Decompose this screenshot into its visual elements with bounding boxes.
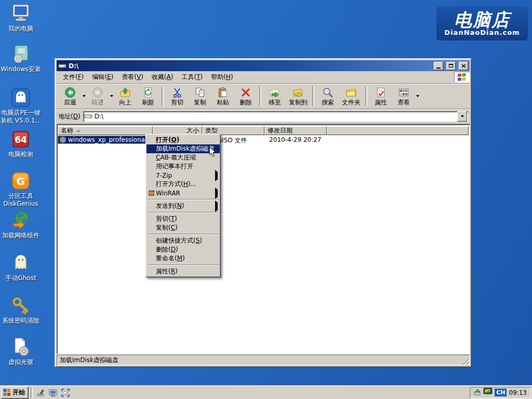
- toolbar-forward-button: 前进: [86, 85, 109, 108]
- menubar-item[interactable]: 收藏(A): [148, 72, 178, 83]
- properties-icon: [375, 86, 387, 99]
- desktop-icon-pe-ghost[interactable]: 电脑店PE一键装机 V5.0.1...: [0, 87, 42, 125]
- desktop-icon-diskgenius[interactable]: G分区工具DiskGenius: [0, 170, 42, 208]
- context-menu-item[interactable]: 重命名(M): [147, 254, 220, 263]
- menu-separator: [148, 264, 219, 265]
- windows-flag-icon: [457, 73, 467, 82]
- address-input[interactable]: D:\: [83, 111, 468, 122]
- sort-ascending-icon: [76, 129, 81, 132]
- column-header-3[interactable]: 修改日期: [264, 126, 327, 135]
- desktop-icon-ghost[interactable]: 手动Ghost: [0, 252, 42, 282]
- toolbar-cut-button[interactable]: 剪切: [166, 85, 189, 108]
- toolbar-up-button[interactable]: 向上: [114, 85, 137, 108]
- toolbar-separator: [162, 86, 164, 106]
- toolbar-views-button[interactable]: 查看: [392, 85, 415, 108]
- file-row[interactable]: windows_xp_professional.iso 615,466 KB U…: [58, 136, 469, 144]
- toolbar-delete-button[interactable]: 删除: [234, 85, 257, 108]
- quicklaunch-show-desktop-button[interactable]: [60, 387, 71, 398]
- context-menu-item[interactable]: 删除(D): [147, 245, 220, 254]
- quicklaunch-monitor-button[interactable]: [47, 387, 59, 398]
- toolbar-dropdown-button[interactable]: [109, 86, 114, 107]
- context-menu-item[interactable]: 7-Zip: [147, 171, 220, 180]
- menu-bar: 文件(F)编辑(E)查看(V)收藏(A)工具(T)帮助(H): [57, 71, 470, 84]
- desktop-icon-windows-install[interactable]: Windows安装: [0, 44, 42, 73]
- menubar-item[interactable]: 帮助(H): [207, 72, 237, 83]
- menubar-item[interactable]: 编辑(E): [88, 72, 117, 83]
- column-header-filler: [327, 126, 469, 135]
- cut-icon: [171, 86, 183, 99]
- context-menu-item[interactable]: 属性(R): [147, 267, 220, 276]
- menubar-item[interactable]: 文件(F): [59, 72, 88, 83]
- window-title: D:\: [69, 62, 431, 70]
- title-bar[interactable]: D:\: [57, 60, 470, 71]
- desktop-icon-label: 加载网络组件: [0, 232, 42, 240]
- back-icon: [64, 86, 76, 99]
- file-name: windows_xp_professional.iso: [68, 136, 157, 143]
- context-menu-item-label: 7-Zip: [156, 172, 172, 179]
- menubar-item[interactable]: 工具(T): [177, 72, 207, 83]
- context-menu-item-label: 打开方式(H)...: [156, 180, 196, 189]
- toolbar-paste-button[interactable]: 粘贴: [211, 85, 234, 108]
- toolbar-button-label: 搜索: [322, 99, 334, 106]
- desktop-icon-cpu64[interactable]: 64电脑检测: [0, 129, 42, 158]
- context-menu-item[interactable]: 创建快捷方式(S): [147, 236, 220, 245]
- desktop-icon-virtual-cd[interactable]: 虚拟光驱: [0, 337, 42, 366]
- menubar-item[interactable]: 查看(V): [117, 72, 148, 83]
- quicklaunch-brush-button[interactable]: [35, 387, 46, 398]
- iso-file-icon: [59, 136, 66, 143]
- context-menu-item-label: CAB-最大压缩: [156, 153, 196, 162]
- context-menu-item[interactable]: 用记事本打开: [147, 162, 220, 171]
- selected-file-label[interactable]: windows_xp_professional.iso: [58, 136, 159, 144]
- toolbar-button-label: 后退: [64, 99, 76, 106]
- up-icon: [119, 86, 131, 99]
- close-button[interactable]: [459, 62, 468, 70]
- toolbar-dropdown-button[interactable]: [82, 86, 86, 107]
- brush-icon: [36, 388, 45, 397]
- desktop-icon-label: 我的电脑: [0, 25, 42, 33]
- toolbar-folders-button[interactable]: 文件夹: [339, 85, 363, 108]
- context-menu-item[interactable]: 打开方式(H)...: [147, 180, 220, 189]
- chevron-down-icon: [461, 115, 464, 117]
- toolbar-copy-to-button[interactable]: 复制到: [286, 85, 310, 108]
- toolbar-button-label: 查看: [397, 99, 410, 106]
- tray-hardware-icon[interactable]: [473, 388, 481, 397]
- context-menu-item[interactable]: WinRAR: [147, 189, 220, 197]
- desktop-icon-key[interactable]: 系统密码清除: [0, 295, 42, 325]
- move-to-icon: [269, 86, 281, 99]
- column-header-0[interactable]: 名称: [58, 126, 153, 135]
- toolbar-copy-button[interactable]: 复制: [189, 85, 211, 108]
- toolbar-button-label: 复制: [194, 99, 206, 106]
- key-icon: [10, 295, 31, 316]
- toolbar-dropdown-button[interactable]: [415, 86, 420, 107]
- minimize-button[interactable]: [434, 62, 443, 70]
- desktop-icon-network[interactable]: 加载网络组件: [0, 210, 42, 240]
- tray-display-icon[interactable]: [483, 388, 493, 397]
- toolbar-refresh-button[interactable]: 刷新: [137, 85, 159, 108]
- context-menu-item[interactable]: 打开(O): [147, 136, 220, 144]
- toolbar-back-button[interactable]: 后退: [59, 85, 82, 108]
- chevron-down-icon: [416, 95, 419, 97]
- address-label: 地址(D): [58, 112, 81, 121]
- ghost-icon: [10, 252, 31, 273]
- menu-separator: [148, 234, 219, 235]
- context-menu-item[interactable]: 发送到(N): [147, 202, 220, 210]
- context-menu-item[interactable]: 复制(C): [147, 223, 220, 232]
- toolbar-search-button[interactable]: 搜索: [316, 85, 339, 108]
- context-menu-item-label: WinRAR: [156, 190, 180, 197]
- chevron-down-icon: [83, 95, 86, 97]
- monitor-icon: [48, 388, 58, 397]
- desktop-icon-label: Windows安装: [0, 65, 42, 73]
- toolbar-move-to-button[interactable]: 移至: [263, 85, 286, 108]
- start-button[interactable]: 开始: [1, 387, 29, 399]
- winrar-icon: [148, 190, 155, 196]
- display-icon: [483, 388, 493, 396]
- maximize-button[interactable]: [446, 62, 456, 70]
- context-menu-item[interactable]: 剪切(T): [147, 215, 220, 223]
- address-dropdown-button[interactable]: [457, 111, 467, 122]
- toolbar-properties-button[interactable]: 属性: [369, 85, 392, 108]
- input-method-indicator[interactable]: CH: [495, 389, 507, 396]
- copy-to-icon: [292, 86, 304, 99]
- desktop-icon-my-computer[interactable]: 我的电脑: [0, 3, 42, 33]
- toolbar-button-label: 向上: [119, 99, 131, 106]
- resize-grip[interactable]: [463, 358, 469, 365]
